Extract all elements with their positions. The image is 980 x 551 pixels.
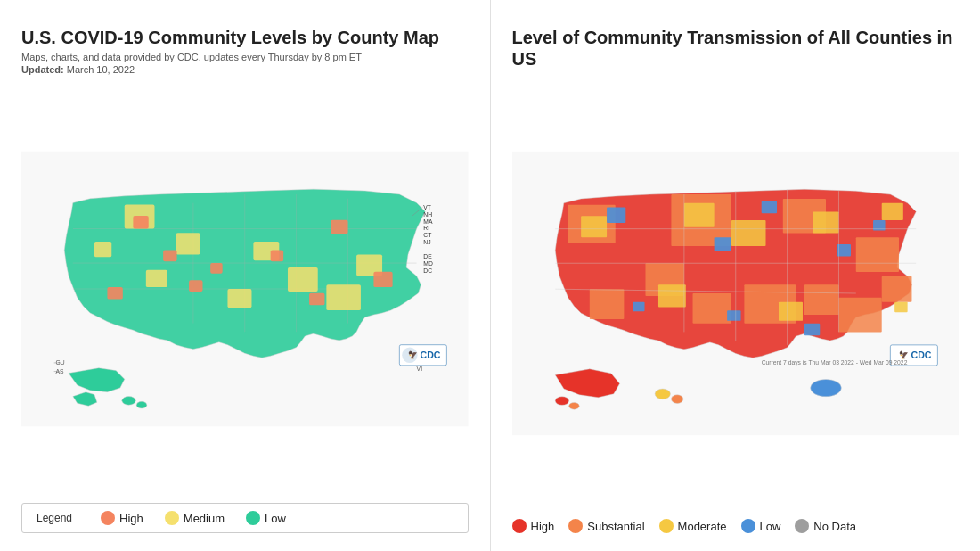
svg-rect-25 <box>107 287 122 300</box>
svg-rect-64 <box>881 203 902 220</box>
left-legend: Legend High Medium Low <box>21 503 469 533</box>
high-dot-right <box>512 519 527 533</box>
svg-point-84 <box>568 402 579 409</box>
svg-text:RI: RI <box>423 225 429 231</box>
svg-point-85 <box>655 389 670 399</box>
svg-rect-24 <box>163 251 176 262</box>
svg-rect-62 <box>731 220 765 246</box>
svg-rect-23 <box>210 263 223 274</box>
svg-rect-20 <box>373 272 392 287</box>
substantial-dot-right <box>568 519 583 533</box>
svg-rect-56 <box>838 298 881 333</box>
legend-item-moderate-right: Moderate <box>659 519 727 533</box>
legend-item-medium-left: Medium <box>165 511 225 525</box>
svg-text:CDC: CDC <box>911 350 931 360</box>
svg-text:NJ: NJ <box>423 239 430 245</box>
right-map-container: 🦅 CDC Current 7 days is Thu Mar 03 2022 … <box>512 73 960 514</box>
high-dot-left <box>101 511 115 525</box>
svg-rect-65 <box>657 284 685 307</box>
svg-text:DC: DC <box>423 267 432 274</box>
svg-point-87 <box>810 379 841 396</box>
svg-rect-55 <box>804 284 838 315</box>
svg-rect-75 <box>804 324 819 336</box>
svg-rect-19 <box>331 220 347 234</box>
updated-date: March 10, 2022 <box>67 64 135 75</box>
svg-text:NH: NH <box>423 211 432 218</box>
svg-text:CT: CT <box>423 232 431 238</box>
legend-item-low-right: Low <box>741 519 781 533</box>
legend-label-substantial-right: Substantial <box>587 520 644 533</box>
left-panel: U.S. COVID-19 Community Levels by County… <box>0 0 490 551</box>
svg-rect-12 <box>326 284 361 310</box>
svg-rect-52 <box>855 237 898 272</box>
left-subtitle: Maps, charts, and data provided by CDC, … <box>21 52 469 62</box>
svg-rect-14 <box>227 289 251 308</box>
legend-label-high-left: High <box>119 512 143 525</box>
legend-item-low-left: Low <box>246 511 286 525</box>
svg-point-37 <box>136 401 147 408</box>
svg-rect-9 <box>176 233 200 254</box>
legend-item-high-right: High <box>512 519 555 533</box>
svg-point-83 <box>555 397 568 406</box>
legend-label-nodata-right: No Data <box>813 520 856 533</box>
legend-label-medium-left: Medium <box>184 512 225 525</box>
svg-rect-18 <box>271 251 283 262</box>
legend-label-moderate-right: Moderate <box>678 520 727 533</box>
legend-label-low-right: Low <box>760 520 781 533</box>
svg-rect-59 <box>692 293 731 324</box>
right-panel: Level of Community Transmission of All C… <box>491 0 981 551</box>
low-dot-right <box>741 519 755 533</box>
svg-rect-74 <box>727 310 740 321</box>
right-map-svg: 🦅 CDC Current 7 days is Thu Mar 03 2022 … <box>512 73 960 514</box>
svg-text:MD: MD <box>423 260 433 267</box>
svg-rect-61 <box>683 203 714 227</box>
svg-rect-70 <box>714 237 731 251</box>
svg-rect-66 <box>778 302 802 321</box>
left-map-container: VT NH MA RI CT NJ DE MD DC GU AS PR VI <box>21 82 469 496</box>
svg-text:MA: MA <box>423 218 433 225</box>
svg-rect-21 <box>309 293 324 306</box>
svg-rect-67 <box>894 302 907 313</box>
svg-rect-17 <box>133 216 148 228</box>
svg-text:VT: VT <box>423 204 431 210</box>
legend-item-nodata-right: No Data <box>795 519 856 533</box>
svg-text:🦅: 🦅 <box>408 350 418 360</box>
svg-rect-63 <box>813 211 838 233</box>
svg-point-36 <box>122 397 135 406</box>
svg-rect-60 <box>581 216 607 237</box>
updated-label: Updated: <box>21 64 64 75</box>
low-dot-left <box>246 511 260 525</box>
svg-rect-57 <box>881 276 911 302</box>
svg-rect-58 <box>589 289 624 319</box>
svg-text:VI: VI <box>417 366 423 372</box>
svg-rect-69 <box>761 201 776 214</box>
svg-rect-68 <box>607 208 625 223</box>
svg-text:AS: AS <box>56 368 65 374</box>
right-legend: High Substantial Moderate Low No Data <box>512 519 960 533</box>
right-title: Level of Community Transmission of All C… <box>512 27 960 70</box>
left-title: U.S. COVID-19 Community Levels by County… <box>21 27 469 48</box>
left-map-svg: VT NH MA RI CT NJ DE MD DC GU AS PR VI <box>21 82 469 496</box>
svg-text:CDC: CDC <box>420 350 440 360</box>
svg-rect-11 <box>288 267 318 292</box>
legend-title-left: Legend <box>37 512 72 524</box>
svg-rect-73 <box>633 302 645 312</box>
svg-text:DE: DE <box>423 253 432 259</box>
svg-rect-71 <box>837 244 850 257</box>
legend-item-substantial-right: Substantial <box>568 519 644 533</box>
left-updated: Updated: March 10, 2022 <box>21 64 469 75</box>
svg-rect-16 <box>94 242 111 257</box>
medium-dot-left <box>165 511 179 525</box>
legend-label-high-right: High <box>531 520 555 533</box>
legend-item-high-left: High <box>101 511 143 525</box>
nodata-dot-right <box>795 519 809 533</box>
svg-text:GU: GU <box>56 359 65 366</box>
svg-point-86 <box>671 395 683 404</box>
moderate-dot-right <box>659 519 674 533</box>
svg-rect-15 <box>146 270 167 287</box>
svg-rect-22 <box>189 280 202 292</box>
svg-text:Current 7 days is Thu Mar 03 2: Current 7 days is Thu Mar 03 2022 - Wed … <box>761 359 907 366</box>
legend-label-low-left: Low <box>265 512 286 525</box>
